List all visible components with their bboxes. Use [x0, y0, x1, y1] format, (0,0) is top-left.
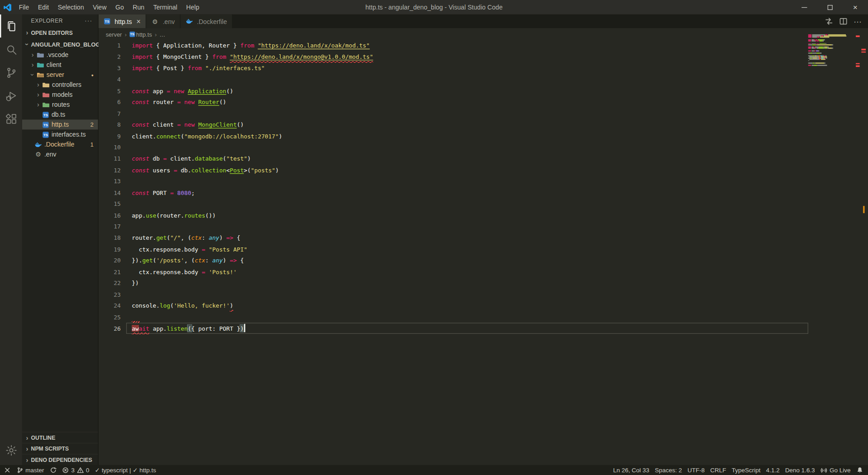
code-line[interactable]: ctx.response.body = 'Posts!' [132, 266, 373, 277]
code-line[interactable]: ctx.response.body = "Posts API" [132, 243, 373, 255]
section-workspace[interactable]: › ANGULAR_DENO_BLOG [22, 39, 98, 50]
tab-http-ts[interactable]: TShttp.ts× [99, 14, 146, 28]
code-line[interactable]: const db = client.database("test") [132, 153, 373, 164]
line-number[interactable]: 9 [99, 130, 121, 142]
line-number[interactable]: 25 [99, 311, 121, 323]
maximize-button[interactable] [817, 0, 842, 14]
more-actions[interactable]: ⋯ [854, 17, 861, 26]
line-number[interactable]: 22 [99, 277, 121, 289]
open-changes[interactable] [825, 17, 833, 25]
breadcrumb-item-0[interactable]: server [106, 31, 122, 38]
line-number[interactable]: 1 [99, 40, 121, 51]
menu-run[interactable]: Run [128, 0, 149, 14]
line-number[interactable]: 4 [99, 74, 121, 85]
close-button[interactable]: × [843, 0, 868, 14]
line-number[interactable]: 15 [99, 198, 121, 209]
code-line[interactable]: const client = new MongoClient() [132, 119, 373, 130]
line-number[interactable]: 3 [99, 62, 121, 74]
line-number[interactable]: 13 [99, 176, 121, 187]
code-line[interactable]: import { Application, Router } from "htt… [132, 40, 373, 51]
status-cursor-position[interactable]: Ln 26, Col 33 [610, 465, 652, 475]
menu-edit[interactable]: Edit [33, 0, 53, 14]
minimize-button[interactable] [792, 0, 817, 14]
code-line[interactable] [132, 74, 373, 85]
code-line[interactable]: app.use(router.routes()) [132, 209, 373, 221]
status-language-mode[interactable]: TypeScript [729, 465, 763, 475]
menu-go[interactable]: Go [111, 0, 128, 14]
activity-run-debug[interactable] [0, 84, 22, 107]
tree-item-vscode[interactable]: ›.vscode [22, 50, 98, 60]
code-line[interactable]: const PORT = 8080; [132, 187, 373, 198]
code-line[interactable] [132, 311, 373, 323]
activity-source-control[interactable] [0, 61, 22, 84]
code-line[interactable]: client.connect("mongodb://localhost:2701… [132, 130, 373, 142]
section-outline[interactable]: › OUTLINE [22, 432, 98, 443]
line-number[interactable]: 2 [99, 51, 121, 62]
tab-dockerfile[interactable]: .Dockerfile [180, 14, 233, 28]
status-notifications[interactable] [854, 465, 866, 475]
status-remote[interactable] [1, 465, 14, 475]
code-line[interactable]: import { MongoClient } from "https://den… [132, 51, 373, 62]
code-line[interactable]: const router = new Router() [132, 96, 373, 108]
breadcrumb-item-2[interactable]: … [160, 31, 165, 38]
code-line[interactable] [132, 289, 373, 300]
line-number[interactable]: 18 [99, 232, 121, 243]
tree-item-controllers[interactable]: ›controllers [22, 80, 98, 90]
tree-item-models[interactable]: ›models [22, 90, 98, 100]
code-editor[interactable]: 1234567891011121314151617181920212223242… [99, 40, 868, 465]
line-number[interactable]: 10 [99, 142, 121, 153]
line-number[interactable]: 17 [99, 221, 121, 232]
activity-settings[interactable] [0, 438, 22, 461]
line-number[interactable]: 21 [99, 266, 121, 277]
code-line[interactable] [132, 176, 373, 187]
close-icon[interactable]: × [137, 18, 141, 25]
code-line[interactable]: }).get('/posts', (ctx: any) => { [132, 255, 373, 266]
tree-item-client[interactable]: ›client [22, 60, 98, 70]
tree-item-routes[interactable]: ›routes [22, 100, 98, 109]
status-problems[interactable]: 30 [59, 465, 92, 475]
overview-ruler[interactable] [860, 34, 868, 465]
code-line[interactable] [132, 142, 373, 153]
status-ts-version[interactable]: 4.1.2 [763, 465, 782, 475]
section-deno-dependencies[interactable]: › DENO DEPENDENCIES [22, 454, 98, 465]
status-deno-version[interactable]: Deno 1.6.3 [783, 465, 818, 475]
split-editor[interactable] [839, 17, 847, 25]
activity-extensions[interactable] [0, 107, 22, 130]
line-number[interactable]: 6 [99, 96, 121, 108]
code-line[interactable] [132, 221, 373, 232]
menu-selection[interactable]: Selection [53, 0, 89, 14]
tree-item-interfaces-ts[interactable]: TSinterfaces.ts [22, 129, 98, 139]
status-git-branch[interactable]: master [14, 465, 47, 475]
tree-item-db-ts[interactable]: TSdb.ts [22, 109, 98, 119]
code-line[interactable]: router.get("/", (ctx: any) => { [132, 232, 373, 243]
code-line[interactable]: console.log('Hello, fucker!') [132, 300, 373, 311]
line-number[interactable]: 24 [99, 300, 121, 311]
tree-item-http-ts[interactable]: TShttp.ts2 [22, 119, 98, 129]
status-extension-status[interactable]: ✓ typescript | ✓ http.ts [92, 465, 159, 475]
line-number[interactable]: 14 [99, 187, 121, 198]
code-line[interactable]: import { Post } from "./interfaces.ts" [132, 62, 373, 74]
section-open-editors[interactable]: › OPEN EDITORS [22, 27, 98, 39]
line-number[interactable]: 7 [99, 108, 121, 119]
tree-item-dockerfile[interactable]: .Dockerfile1 [22, 139, 98, 149]
section-npm-scripts[interactable]: › NPM SCRIPTS [22, 443, 98, 454]
activity-explorer[interactable] [0, 14, 22, 38]
tree-item-server[interactable]: ›server● [22, 70, 98, 80]
status-eol[interactable]: CRLF [708, 465, 729, 475]
code-line[interactable]: const users = db.collection<Post>("posts… [132, 164, 373, 176]
tree-item-env[interactable]: ⚙.env [22, 149, 98, 159]
line-number[interactable]: 8 [99, 119, 121, 130]
breadcrumb-item-1[interactable]: TShttp.ts [129, 31, 152, 38]
line-number[interactable]: 11 [99, 153, 121, 164]
status-encoding[interactable]: UTF-8 [685, 465, 708, 475]
line-number[interactable]: 12 [99, 164, 121, 176]
line-number[interactable]: 5 [99, 85, 121, 96]
line-number[interactable]: 23 [99, 289, 121, 300]
code-line[interactable] [132, 198, 373, 209]
code-line[interactable]: const app = new Application() [132, 85, 373, 96]
menu-view[interactable]: View [89, 0, 111, 14]
menu-terminal[interactable]: Terminal [149, 0, 182, 14]
code-line[interactable]: await app.listen({ port: PORT }) [132, 323, 373, 334]
line-number[interactable]: 20 [99, 255, 121, 266]
menu-file[interactable]: File [14, 0, 33, 14]
